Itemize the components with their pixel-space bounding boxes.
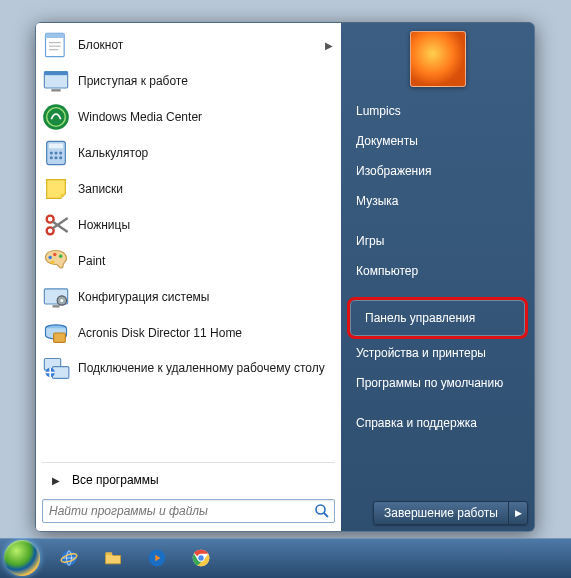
- program-snipping-tool[interactable]: Ножницы: [36, 207, 341, 243]
- taskbar-explorer-icon[interactable]: [92, 543, 134, 573]
- right-item-label: Игры: [356, 234, 384, 248]
- right-item-label: Музыка: [356, 194, 398, 208]
- start-menu-right-panel: Lumpics Документы Изображения Музыка Игр…: [341, 23, 534, 531]
- notepad-icon: [42, 31, 70, 59]
- right-item-music[interactable]: Музыка: [347, 187, 528, 215]
- program-sticky-notes[interactable]: Записки: [36, 171, 341, 207]
- svg-rect-1: [46, 33, 65, 38]
- start-menu: Блокнот ▶ Приступая к работе Windows Med…: [35, 22, 535, 532]
- svg-rect-6: [44, 72, 67, 76]
- right-item-label: Lumpics: [356, 104, 401, 118]
- acronis-icon: [42, 319, 70, 347]
- search-box[interactable]: [42, 499, 335, 523]
- svg-point-15: [50, 156, 53, 159]
- svg-point-35: [316, 505, 325, 514]
- all-programs[interactable]: ▶ Все программы: [36, 465, 341, 495]
- program-label: Блокнот: [78, 38, 123, 52]
- svg-point-23: [53, 253, 57, 257]
- right-item-control-panel[interactable]: Панель управления: [356, 304, 519, 332]
- program-label: Windows Media Center: [78, 110, 202, 124]
- search-input[interactable]: [49, 504, 314, 518]
- search-icon: [314, 503, 330, 519]
- svg-rect-33: [53, 367, 69, 379]
- svg-rect-11: [49, 144, 63, 149]
- right-item-label: Панель управления: [365, 311, 475, 325]
- right-item-pictures[interactable]: Изображения: [347, 157, 528, 185]
- program-wmc[interactable]: Windows Media Center: [36, 99, 341, 135]
- svg-point-17: [59, 156, 62, 159]
- program-paint[interactable]: Paint: [36, 243, 341, 279]
- right-item-label: Изображения: [356, 164, 431, 178]
- svg-point-25: [51, 260, 55, 264]
- svg-point-22: [48, 256, 52, 260]
- svg-rect-27: [53, 305, 60, 307]
- program-label: Записки: [78, 182, 123, 196]
- right-item-label: Устройства и принтеры: [356, 346, 486, 360]
- program-getting-started[interactable]: Приступая к работе: [36, 63, 341, 99]
- control-panel-highlight: Панель управления: [347, 297, 528, 339]
- taskbar-ie-icon[interactable]: [48, 543, 90, 573]
- svg-line-36: [324, 513, 328, 517]
- search-row: [36, 495, 341, 525]
- program-label: Подключение к удаленному рабочему столу: [78, 362, 325, 375]
- paint-icon: [42, 247, 70, 275]
- start-orb[interactable]: [4, 540, 40, 576]
- getting-started-icon: [42, 67, 70, 95]
- right-item-label: Справка и поддержка: [356, 416, 477, 430]
- right-item-label: Программы по умолчанию: [356, 376, 503, 390]
- right-item-computer[interactable]: Компьютер: [347, 257, 528, 285]
- taskbar: [0, 538, 571, 578]
- sticky-notes-icon: [42, 175, 70, 203]
- svg-rect-39: [106, 552, 113, 555]
- svg-point-13: [54, 151, 57, 154]
- svg-rect-7: [51, 89, 60, 91]
- svg-rect-31: [54, 333, 66, 342]
- program-acronis[interactable]: Acronis Disk Director 11 Home: [36, 315, 341, 351]
- scissors-icon: [42, 211, 70, 239]
- program-label: Ножницы: [78, 218, 130, 232]
- program-msconfig[interactable]: Конфигурация системы: [36, 279, 341, 315]
- program-notepad[interactable]: Блокнот ▶: [36, 27, 341, 63]
- svg-point-16: [54, 156, 57, 159]
- shutdown-button[interactable]: Завершение работы ▶: [373, 501, 528, 525]
- right-item-user[interactable]: Lumpics: [347, 97, 528, 125]
- separator: [42, 462, 335, 463]
- program-label: Калькулятор: [78, 146, 148, 160]
- taskbar-wmp-icon[interactable]: [136, 543, 178, 573]
- start-menu-left-panel: Блокнот ▶ Приступая к работе Windows Med…: [36, 23, 341, 531]
- all-programs-label: Все программы: [72, 473, 159, 487]
- user-avatar[interactable]: [410, 31, 466, 87]
- submenu-arrow-icon: ▶: [325, 40, 333, 51]
- calculator-icon: [42, 139, 70, 167]
- right-item-label: Документы: [356, 134, 418, 148]
- user-avatar-wrap: [347, 27, 528, 97]
- svg-point-14: [59, 151, 62, 154]
- program-label: Acronis Disk Director 11 Home: [78, 326, 242, 340]
- program-label: Paint: [78, 254, 105, 268]
- svg-point-12: [50, 151, 53, 154]
- right-item-help[interactable]: Справка и поддержка: [347, 409, 528, 437]
- wmc-icon: [42, 103, 70, 131]
- triangle-right-icon: ▶: [46, 475, 66, 486]
- right-item-devices[interactable]: Устройства и принтеры: [347, 339, 528, 367]
- taskbar-chrome-icon[interactable]: [180, 543, 222, 573]
- program-rdp[interactable]: Подключение к удаленному рабочему столу: [36, 351, 341, 387]
- shutdown-row: Завершение работы ▶: [347, 499, 528, 525]
- right-item-games[interactable]: Игры: [347, 227, 528, 255]
- svg-point-29: [60, 299, 63, 302]
- right-item-documents[interactable]: Документы: [347, 127, 528, 155]
- svg-point-24: [59, 255, 63, 259]
- program-label: Конфигурация системы: [78, 290, 209, 304]
- program-list: Блокнот ▶ Приступая к работе Windows Med…: [36, 27, 341, 460]
- program-label: Приступая к работе: [78, 74, 188, 88]
- shutdown-label: Завершение работы: [374, 502, 509, 524]
- program-calculator[interactable]: Калькулятор: [36, 135, 341, 171]
- msconfig-icon: [42, 283, 70, 311]
- shutdown-more-icon[interactable]: ▶: [509, 502, 527, 524]
- right-item-default-programs[interactable]: Программы по умолчанию: [347, 369, 528, 397]
- rdp-icon: [42, 355, 70, 383]
- right-item-label: Компьютер: [356, 264, 418, 278]
